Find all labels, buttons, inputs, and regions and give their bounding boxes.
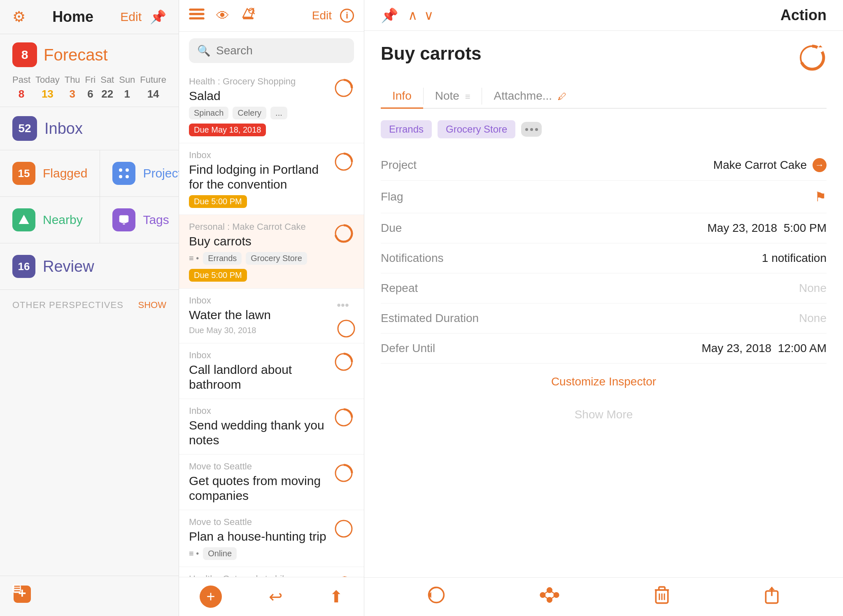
forecast-day-sun[interactable]: Sun 1 [119,75,135,100]
edit-button[interactable]: Edit [120,10,142,24]
detail-task-circle[interactable] [798,43,827,72]
tab-info[interactable]: Info [381,84,423,109]
gear-icon[interactable]: ⚙ [12,8,26,26]
task-item[interactable]: Inbox Send wedding thank you notes [179,399,364,455]
add-task-button[interactable]: + [200,586,222,608]
right-header-left: 📌 ∧ ∨ [381,7,433,23]
sidebar-toggle-icon[interactable] [189,7,205,24]
projects-icon [112,162,135,185]
pin-icon[interactable]: 📌 [381,7,398,23]
tags-icon [112,208,135,231]
right-footer [364,577,843,616]
svg-rect-15 [243,17,254,19]
forecast-label[interactable]: Forecast [44,46,108,64]
other-perspectives: OTHER PERSPECTIVES SHOW [0,290,179,315]
show-button[interactable]: SHOW [138,300,166,310]
other-perspectives-label: OTHER PERSPECTIVES [12,300,123,310]
customize-inspector-button[interactable]: Customize Inspector [381,364,827,400]
left-panel: ⚙ Home Edit 📌 8 Forecast Past 8 Today 13… [0,0,179,616]
three-dots-menu[interactable]: ••• [333,295,352,315]
inbox-badge: 52 [12,116,37,141]
chevron-down-icon[interactable]: ∨ [424,7,433,23]
share-icon[interactable] [764,586,780,608]
detail-tags: Errands Grocery Store [381,120,827,138]
task-item[interactable]: Health : Get ready to hike up Mount Si C… [179,567,364,577]
tab-note[interactable]: Note ≡ [424,84,482,109]
trash-icon[interactable] [654,586,670,608]
nearby-icon [12,208,35,231]
svg-line-17 [253,12,255,14]
grid-section: 15 Flagged Projects Nearby Tags [0,150,179,243]
sidebar-item-flagged[interactable]: 15 Flagged [0,150,100,197]
task-circle[interactable] [333,575,354,577]
info-icon[interactable]: i [340,9,354,23]
search-bar[interactable]: 🔍 [189,38,354,63]
forecast-day-past[interactable]: Past 8 [12,75,30,100]
task-item[interactable]: Move to Seattle Plan a house-hunting tri… [179,510,364,567]
right-header: 📌 ∧ ∨ Action [364,0,843,31]
estimated-duration-row: Estimated Duration None [381,303,827,334]
detail-tabs: Info Note ≡ Attachme... 🖊 [381,84,827,109]
svg-marker-4 [19,215,29,224]
tag-grocery-store[interactable]: Grocery Store [438,120,515,138]
task-item[interactable]: Inbox Water the lawn Due May 30, 2018 ••… [179,289,364,343]
cluster-icon[interactable] [539,586,560,608]
right-header-icons: ∧ ∨ [408,7,433,23]
eye-icon[interactable]: 👁 [216,8,229,23]
forecast-day-future[interactable]: Future 14 [140,75,166,100]
svg-marker-48 [768,587,775,590]
right-panel: 📌 ∧ ∨ Action Buy carrots Info [364,0,843,616]
forecast-day-fri[interactable]: Fri 6 [85,75,96,100]
forecast-day-sat[interactable]: Sat 22 [100,75,114,100]
svg-rect-5 [119,215,129,223]
left-header: ⚙ Home Edit 📌 [0,0,179,34]
chevron-up-icon[interactable]: ∧ [408,7,417,23]
svg-point-2 [119,175,122,178]
project-row: Project Make Carrot Cake → [381,150,827,181]
task-item[interactable]: Move to Seattle Get quotes from moving c… [179,455,364,510]
tab-attachments[interactable]: Attachme... 🖊 [482,84,578,109]
home-title: Home [52,8,93,26]
tag-errands[interactable]: Errands [381,120,432,138]
svg-rect-42 [659,587,665,590]
task-circle[interactable] [333,352,354,372]
history-icon[interactable] [427,586,445,608]
task-circle[interactable] [333,152,354,172]
show-more-button[interactable]: Show More [381,400,827,429]
task-circle[interactable] [333,223,354,244]
task-circle[interactable] [333,518,354,539]
add-perspective-icon[interactable]: + ☰ [12,589,32,607]
inbox-item[interactable]: 52 Inbox [0,107,179,150]
flag-row: Flag ⚑ [381,181,827,213]
task-circle[interactable] [333,407,354,428]
svg-rect-14 [189,17,204,19]
forecast-day-today[interactable]: Today 13 [35,75,60,100]
task-circle[interactable] [333,78,354,98]
export-button[interactable]: ⬆ [329,587,343,606]
sidebar-item-nearby[interactable]: Nearby [0,197,100,243]
search-input[interactable] [216,44,346,57]
task-item-selected[interactable]: Personal : Make Carrot Cake Buy carrots … [179,215,364,289]
svg-rect-13 [189,13,204,15]
svg-text:☰: ☰ [14,585,20,593]
middle-edit-button[interactable]: Edit [312,9,332,22]
sidebar-item-review[interactable]: 16 Review [0,243,179,290]
undo-button[interactable]: ↩ [269,587,283,606]
svg-point-0 [119,168,122,172]
review-badge: 16 [12,255,35,278]
forecast-day-thu[interactable]: Thu 3 [65,75,80,100]
task-item[interactable]: Inbox Call landlord about bathroom [179,343,364,399]
task-item[interactable]: Health : Grocery Shopping Salad Spinach … [179,70,364,143]
clean-icon[interactable] [241,7,256,25]
pin-icon[interactable]: 📌 [150,9,166,25]
action-title: Action [780,7,827,24]
task-circle[interactable] [336,318,354,336]
tags-label: Tags [143,213,169,227]
flag-icon[interactable]: ⚑ [815,189,827,205]
project-arrow[interactable]: → [813,158,827,172]
task-item[interactable]: Inbox Find lodging in Portland for the c… [179,143,364,215]
tags-more-button[interactable] [521,122,542,137]
forecast-badge[interactable]: 8 [12,42,37,67]
search-icon: 🔍 [197,44,210,57]
task-circle[interactable] [333,463,354,483]
